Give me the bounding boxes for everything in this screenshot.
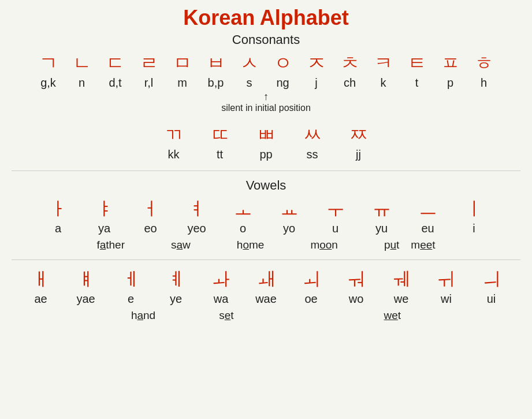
silent-note-text: silent in initial position xyxy=(12,103,520,113)
vowel-korean-3: ㅓ xyxy=(128,196,174,222)
consonants-korean-row: ㄱ ㄴ ㄷ ㄹ ㅁ ㅂ ㅅ ㅇ ㅈ ㅊ ㅋ ㅌ ㅍ ㅎ xyxy=(12,51,520,76)
korean-char-9: ㅈ xyxy=(300,51,333,76)
korean-char-4: ㄹ xyxy=(132,51,166,76)
korean-char-10: ㅊ xyxy=(333,51,367,76)
vowel-korean-4: ㅕ xyxy=(174,196,220,222)
ev-roman-1: ae xyxy=(18,292,64,306)
roman-5: m xyxy=(166,76,199,90)
vowel-korean-7: ㅜ xyxy=(312,196,359,222)
vowel-roman-2: ya xyxy=(81,222,128,235)
roman-11: k xyxy=(367,76,400,90)
korean-char-13: ㅍ xyxy=(434,51,467,76)
vowel-roman-3: eo xyxy=(128,222,174,235)
dbl-roman-1: kk xyxy=(151,148,197,161)
korean-char-7: ㅅ xyxy=(233,51,266,76)
ev-korean-6: ㅙ xyxy=(244,267,289,292)
consonants-header: Consonants xyxy=(12,32,520,47)
extra-vowels-korean-row: ㅐ ㅒ ㅔ ㅖ ㅘ ㅙ ㅚ ㅝ ㅞ ㅟ ㅢ xyxy=(12,267,520,292)
vowel-korean-5: ㅗ xyxy=(220,196,266,222)
korean-char-8: ㅇ xyxy=(266,51,300,76)
dbl-korean-5: ㅉ xyxy=(336,123,382,148)
dbl-korean-1: ㄲ xyxy=(151,123,197,148)
vowel-roman-8: yu xyxy=(359,222,405,235)
vowel-korean-2: ㅑ xyxy=(81,196,128,222)
dbl-roman-4: ss xyxy=(289,148,336,161)
ev-roman-9: we xyxy=(379,292,424,306)
korean-char-3: ㄷ xyxy=(99,51,132,76)
vowel-korean-10: ㅣ xyxy=(451,196,497,222)
roman-1: g,k xyxy=(32,76,65,90)
roman-8: ng xyxy=(266,76,300,90)
roman-14: h xyxy=(467,76,501,90)
roman-2: n xyxy=(65,76,99,90)
ev-korean-4: ㅖ xyxy=(154,267,199,292)
korean-char-2: ㄴ xyxy=(65,51,99,76)
dbl-roman-5: jj xyxy=(336,148,382,161)
example-put: put xyxy=(384,239,399,251)
roman-4: r,l xyxy=(132,76,166,90)
ev-korean-3: ㅔ xyxy=(109,267,154,292)
ev-korean-7: ㅚ xyxy=(289,267,334,292)
dbl-roman-3: pp xyxy=(243,148,289,161)
vowel-roman-1: a xyxy=(35,222,81,235)
example-set: set xyxy=(219,309,233,322)
vowel-roman-9: eu xyxy=(405,222,451,235)
roman-9: j xyxy=(300,76,333,90)
ev-korean-9: ㅞ xyxy=(379,267,424,292)
double-consonants-roman-row: kk tt pp ss jj xyxy=(12,148,520,161)
dbl-roman-2: tt xyxy=(197,148,243,161)
vowels-roman-row: a ya eo yeo o yo u yu eu i xyxy=(12,222,520,235)
ev-roman-11: ui xyxy=(469,292,514,306)
korean-char-12: ㅌ xyxy=(400,51,434,76)
korean-char-11: ㅋ xyxy=(367,51,400,76)
korean-char-5: ㅁ xyxy=(166,51,199,76)
vowel-korean-9: ㅡ xyxy=(405,196,451,222)
page-title: Korean Alphabet xyxy=(12,6,520,30)
consonants-roman-row: g,k n d,t r,l m b,p s ng j ch k t p h xyxy=(12,76,520,90)
vowel-korean-8: ㅠ xyxy=(359,196,405,222)
example-moon: moon xyxy=(310,239,338,251)
example-meet: meet xyxy=(411,239,435,251)
example-hand: hand xyxy=(131,309,155,322)
ev-roman-10: wi xyxy=(424,292,469,306)
vowels-header: Vowels xyxy=(12,178,520,193)
ev-roman-8: wo xyxy=(334,292,379,306)
example-wet: wet xyxy=(384,309,401,322)
extra-vowels-roman-row: ae yae e ye wa wae oe wo we wi ui xyxy=(12,292,520,306)
vowel-roman-6: yo xyxy=(266,222,312,235)
ev-roman-7: oe xyxy=(289,292,334,306)
korean-char-14: ㅎ xyxy=(467,51,501,76)
vowel-roman-5: o xyxy=(220,222,266,235)
ev-roman-3: e xyxy=(109,292,154,306)
example-home: home xyxy=(237,239,265,251)
dbl-korean-3: ㅃ xyxy=(243,123,289,148)
vowels-examples-row: father saw home moon put meet xyxy=(12,239,520,251)
vowel-korean-1: ㅏ xyxy=(35,196,81,222)
korean-char-6: ㅂ xyxy=(199,51,233,76)
vowel-roman-10: i xyxy=(451,222,497,235)
ev-roman-2: yae xyxy=(64,292,109,306)
ev-korean-11: ㅢ xyxy=(469,267,514,292)
roman-7: s xyxy=(233,76,266,90)
roman-3: d,t xyxy=(99,76,132,90)
korean-char-1: ㄱ xyxy=(32,51,65,76)
ev-korean-2: ㅒ xyxy=(64,267,109,292)
ev-korean-1: ㅐ xyxy=(18,267,64,292)
silent-note-container: ↑ silent in initial position xyxy=(12,91,520,113)
extra-examples-row: hand set wet xyxy=(12,309,520,322)
ev-roman-5: wa xyxy=(199,292,244,306)
vowel-roman-4: yeo xyxy=(174,222,220,235)
vowel-roman-7: u xyxy=(312,222,359,235)
roman-12: t xyxy=(400,76,434,90)
ev-roman-4: ye xyxy=(154,292,199,306)
roman-6: b,p xyxy=(199,76,233,90)
example-saw: saw xyxy=(171,239,191,251)
ev-korean-8: ㅝ xyxy=(334,267,379,292)
ev-korean-10: ㅟ xyxy=(424,267,469,292)
roman-13: p xyxy=(434,76,467,90)
vowels-korean-row: ㅏ ㅑ ㅓ ㅕ ㅗ ㅛ ㅜ ㅠ ㅡ ㅣ xyxy=(12,196,520,222)
double-consonants-korean-row: ㄲ ㄸ ㅃ ㅆ ㅉ xyxy=(12,123,520,148)
ev-roman-6: wae xyxy=(244,292,289,306)
dbl-korean-2: ㄸ xyxy=(197,123,243,148)
dbl-korean-4: ㅆ xyxy=(289,123,336,148)
